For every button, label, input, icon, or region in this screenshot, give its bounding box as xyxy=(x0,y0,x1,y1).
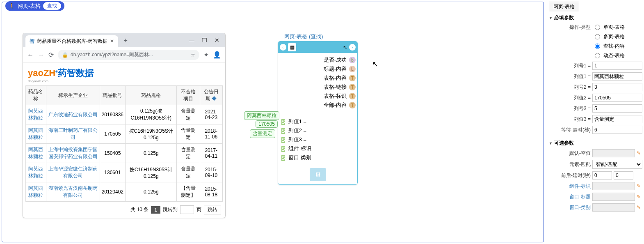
element-match-label: 元素-匹配 xyxy=(549,161,591,168)
node-output-port[interactable]: 表格-链接T xyxy=(278,83,357,92)
type-badge: S xyxy=(281,137,285,143)
optional-link-label[interactable]: 窗口-标题 xyxy=(549,193,591,200)
current-page[interactable]: 1 xyxy=(151,206,160,214)
delay-after-input[interactable] xyxy=(614,171,633,180)
node-box[interactable]: ‹ ▦ ↖ › 是否-成功b标题-内容L表格-内容T表格-链接T表格-标识T全部… xyxy=(278,41,358,185)
op-type-option[interactable]: 多页-表格 xyxy=(603,33,625,40)
table-header[interactable]: 不合格项目 xyxy=(177,86,200,105)
cursor-icon: ↖ xyxy=(343,44,347,51)
jump-button[interactable]: 跳转 xyxy=(204,205,221,214)
optional-input[interactable] xyxy=(592,203,635,212)
node-input-port[interactable]: S列值1 = xyxy=(278,117,357,126)
delay-before-input[interactable] xyxy=(592,171,612,180)
chevron-left-icon[interactable]: ‹ xyxy=(280,44,286,51)
table-cell[interactable]: 湖南紫光古汉南岳制药有限公司 xyxy=(46,182,100,202)
field-input[interactable] xyxy=(592,83,642,91)
default-empty-input[interactable] xyxy=(592,149,635,157)
edit-icon[interactable]: ✎ xyxy=(637,205,642,210)
title-bar: 🚶 网页-表格 查找 xyxy=(5,1,64,11)
forward-icon[interactable]: → xyxy=(38,51,44,59)
table-cell: 2017-04-11 xyxy=(200,144,222,163)
triangle-down-icon: ▼ xyxy=(549,16,553,20)
table-cell: 含量测定 xyxy=(177,124,200,144)
field-input[interactable] xyxy=(592,72,642,81)
edit-icon[interactable]: ✎ xyxy=(637,194,642,200)
node-output-port[interactable]: 标题-内容L xyxy=(278,64,357,74)
table-header[interactable]: 药品名称 xyxy=(26,86,46,105)
op-type-option[interactable]: 查找-内容 xyxy=(603,43,625,50)
table-cell[interactable]: 上海华源安徽仁济制药有限公司 xyxy=(46,163,100,182)
browser-tab[interactable]: 智 药品质量不合格数据库-药智数据 ✕ xyxy=(25,35,118,47)
table-header[interactable]: 公告日期 ◆ xyxy=(200,86,222,105)
op-type-option[interactable]: 单页-表格 xyxy=(603,24,625,31)
table-header[interactable]: 药品规格 xyxy=(126,86,177,105)
node-input-port[interactable]: S组件-标识 xyxy=(278,144,357,153)
table-cell: 按C16H19N305S计0.125g xyxy=(126,163,177,182)
op-type-radio[interactable] xyxy=(595,44,600,49)
maximize-icon[interactable]: ❐ xyxy=(202,37,207,44)
field-input[interactable] xyxy=(592,94,642,102)
node-output-port[interactable]: 全部-内容T xyxy=(278,101,357,110)
required-section-header[interactable]: ▼必填参数 xyxy=(549,13,642,23)
table-cell[interactable]: 海南三叶制药厂有限公司 xyxy=(46,124,100,144)
optional-section-header[interactable]: ▼可选参数 xyxy=(549,138,642,148)
star-icon[interactable]: ☆ xyxy=(191,52,195,58)
walk-icon: 🚶 xyxy=(9,3,15,9)
table-cell[interactable]: 阿莫西林颗粒 xyxy=(26,105,46,124)
op-type-radio[interactable] xyxy=(595,53,600,58)
table-header[interactable]: 标示生产企业 xyxy=(46,86,100,105)
optional-link-label[interactable]: 窗口-类别 xyxy=(549,204,591,211)
back-icon[interactable]: ← xyxy=(27,51,34,59)
minimize-icon[interactable]: — xyxy=(189,37,194,44)
table-cell: 170505 xyxy=(100,124,125,144)
url-input[interactable]: 🔒 db.yaozh.com/ypzl?name=阿莫西林... ☆ xyxy=(58,50,199,60)
node-input-port[interactable]: S窗口-类别 xyxy=(278,153,357,162)
edit-icon[interactable]: ✎ xyxy=(637,150,642,156)
table-cell[interactable]: 阿莫西林颗粒 xyxy=(26,182,46,202)
extensions-icon[interactable]: ✦ xyxy=(203,51,209,59)
table-cell: 含量测定 xyxy=(177,144,200,163)
chip-col3: 含量测定 xyxy=(250,129,275,138)
table-row: 阿莫西林颗粒广东彼迪药业有限公司201908360.125g(按C16H19N3… xyxy=(26,105,223,124)
total-count: 共 10 条 xyxy=(130,206,148,213)
optional-input[interactable] xyxy=(592,182,635,190)
table-cell[interactable]: 阿莫西林颗粒 xyxy=(26,163,46,182)
field-input[interactable] xyxy=(592,115,642,123)
node-input-port[interactable]: S列值2 = xyxy=(278,126,357,135)
default-empty-label: 默认-空值 xyxy=(549,150,591,157)
find-button[interactable]: 查找 xyxy=(43,2,61,10)
op-type-radio[interactable] xyxy=(595,25,600,30)
field-input[interactable] xyxy=(592,126,642,134)
op-type-option[interactable]: 动态-表格 xyxy=(603,52,625,59)
op-type-radio[interactable] xyxy=(595,34,600,39)
table-cell[interactable]: 阿莫西林颗粒 xyxy=(26,144,46,163)
table-cell[interactable]: 阿莫西林颗粒 xyxy=(26,124,46,144)
field-input[interactable] xyxy=(592,104,642,113)
table-cell[interactable]: 上海中瀚投资集团宁国国安邦宁药业有限公司 xyxy=(46,144,100,163)
table-cell: 含量测定 xyxy=(177,163,200,182)
lock-icon: 🔒 xyxy=(62,52,68,58)
optional-input[interactable] xyxy=(592,193,635,201)
node-output-port[interactable]: 表格-内容T xyxy=(278,74,357,83)
jump-page-input[interactable] xyxy=(180,205,194,214)
new-tab-button[interactable]: ＋ xyxy=(122,36,129,45)
table-cell: 0.125g xyxy=(126,144,177,163)
table-header[interactable]: 药品批号 xyxy=(100,86,125,105)
panel-tab[interactable]: 网页-表格 xyxy=(549,2,579,12)
profile-icon[interactable]: 👤 xyxy=(213,51,221,59)
table-cell[interactable]: 广东彼迪药业有限公司 xyxy=(46,105,100,124)
reload-icon[interactable]: ⟳ xyxy=(48,51,54,59)
chip-col2: 170505 xyxy=(256,120,278,128)
edit-icon[interactable]: ✎ xyxy=(637,183,642,189)
field-label: 列值3 = xyxy=(549,116,591,123)
node-output-port[interactable]: 是否-成功b xyxy=(278,55,357,64)
close-icon[interactable]: ✕ xyxy=(215,37,219,44)
element-match-select[interactable]: 智能-匹配 xyxy=(592,160,642,169)
node-input-port[interactable]: S列值3 = xyxy=(278,135,357,144)
optional-link-label[interactable]: 组件-标识 xyxy=(549,183,591,190)
field-input[interactable] xyxy=(592,62,642,70)
chevron-right-icon[interactable]: › xyxy=(349,44,356,51)
tab-close-icon[interactable]: ✕ xyxy=(110,38,114,44)
node-output-port[interactable]: 表格-标识T xyxy=(278,92,357,101)
type-badge: S xyxy=(281,119,285,125)
